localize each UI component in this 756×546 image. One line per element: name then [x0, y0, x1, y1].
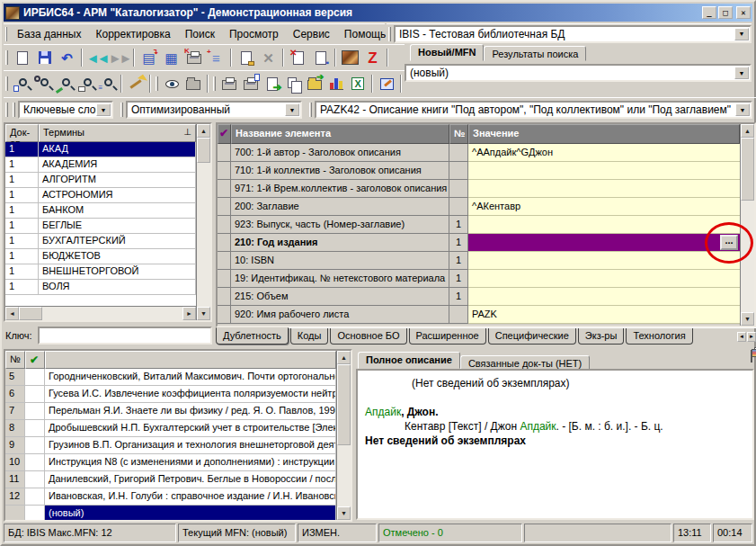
menu-database[interactable]: База данных [10, 25, 88, 43]
tab-new-mfn[interactable]: Новый/MFN [410, 44, 484, 61]
irbis-logo-icon[interactable] [339, 47, 361, 68]
record-row[interactable]: 6Гусева И.С. Извлечение коэффициента пол… [5, 386, 336, 403]
term-row[interactable]: 1БАНКОМ [5, 203, 196, 219]
ws-tab-dubletnost[interactable]: Дублетность [216, 327, 289, 345]
search-dictionary-icon[interactable] [32, 73, 54, 94]
new-record-icon[interactable] [11, 47, 33, 68]
scroll-up-icon[interactable]: ▲ [337, 351, 351, 364]
clear-field-icon[interactable] [235, 47, 257, 68]
field-value-selected[interactable]: ... [468, 234, 740, 252]
check-icon[interactable]: ✔ [25, 351, 45, 369]
search-edit-icon[interactable] [54, 73, 76, 94]
ws-tab-rasshirennoe[interactable]: Расширенное [409, 328, 486, 345]
search-tree-icon[interactable]: ≡ [97, 73, 119, 94]
field-value[interactable]: ^AАпдайк^GДжон [468, 144, 740, 162]
menu-edit[interactable]: Корректировка [88, 25, 177, 43]
record-check[interactable] [25, 369, 45, 386]
scrollbar-thumb[interactable] [197, 138, 210, 163]
copy-record-icon[interactable] [283, 73, 305, 94]
record-check[interactable] [25, 454, 45, 471]
minimize-button[interactable]: _ [702, 6, 716, 19]
undo-icon[interactable]: ↶ [56, 47, 78, 68]
z3950-icon[interactable]: Z [361, 47, 384, 68]
field-row[interactable]: 10: ISBN1 [218, 252, 740, 270]
field-value[interactable]: PAZK [468, 306, 740, 324]
scroll-down-icon[interactable]: ▼ [197, 307, 210, 320]
ws-tab-tehnologiya[interactable]: Технология [626, 328, 692, 345]
term-row[interactable]: 1БЮДЖЕТОВ [5, 249, 196, 264]
search-mode-combo[interactable]: Оптимизированный ▼ [126, 101, 302, 119]
term-row[interactable]: 1БЕГЛЫЕ [5, 219, 196, 234]
term-row[interactable]: 1АСТРОНОМИЯ [5, 188, 196, 203]
ws-tab-kody[interactable]: Коды [290, 328, 329, 345]
print-icon[interactable] [218, 73, 240, 94]
statistics-icon[interactable] [325, 73, 347, 94]
field-template-icon[interactable]: ▤↴ [138, 47, 160, 68]
scrollbar-thumb[interactable] [337, 364, 351, 445]
record-row[interactable]: 8Дробышевский Н.П. Бухгалтерский учет в … [5, 420, 336, 437]
term-row[interactable]: 1АКАД [5, 142, 196, 157]
field-value[interactable]: ^AКентавр [468, 198, 740, 216]
field-row[interactable]: 710: 1-й коллектив - Заголовок описания [218, 162, 740, 180]
toolbar-grip[interactable] [13, 103, 15, 117]
field-value[interactable] [468, 180, 740, 198]
field-row[interactable]: 923: Выпуск, часть (Номер-заглавие)1 [218, 216, 740, 234]
ws-tab-osnovnoe-bo[interactable]: Основное БО [330, 328, 406, 345]
toolbar-grip[interactable] [120, 103, 123, 117]
term-row[interactable]: 1ВНЕШНЕТОРГОВОЙ [5, 264, 196, 280]
terms-hscrollbar[interactable]: ◄ ► [5, 306, 196, 320]
menu-help[interactable]: Помощь [337, 25, 393, 43]
record-check[interactable] [25, 437, 45, 454]
restore-record-icon[interactable]: ▪ [309, 47, 332, 68]
view-record-icon[interactable] [161, 73, 182, 94]
records-col-num[interactable]: № [5, 351, 25, 369]
record-check[interactable] [25, 488, 45, 506]
record-check[interactable] [25, 403, 45, 420]
worksheet-view-icon[interactable]: ▦ [160, 47, 182, 68]
chevron-down-icon[interactable]: ▼ [734, 67, 749, 79]
chevron-down-icon[interactable]: ▼ [285, 103, 299, 116]
toolbar-grip[interactable] [156, 76, 158, 91]
fields-col-name[interactable]: Название элемента [231, 124, 449, 144]
delete-record-icon[interactable]: ✕ [287, 47, 309, 68]
field-row[interactable]: 200: Заглавие^AКентавр [218, 198, 740, 216]
prev-record-icon[interactable]: ◄◄ [85, 47, 108, 68]
field-row[interactable]: 700: 1-й автор - Заголовок описания^AАпд… [218, 144, 740, 162]
chevron-down-icon[interactable]: ▼ [735, 103, 750, 116]
toolbar-grip[interactable] [213, 76, 216, 91]
records-vscrollbar[interactable]: ▲ ▼ [336, 351, 351, 520]
fields-col-num[interactable]: № [449, 124, 468, 144]
field-row-selected[interactable]: 210: Год издания 1 ... [218, 234, 740, 252]
next-record-icon[interactable]: ►► [108, 47, 130, 68]
record-row[interactable]: 10Инструкция N8 (с изменениями и дополне… [5, 454, 336, 471]
print-fields-icon[interactable]: K [182, 47, 205, 68]
toolbar-grip[interactable] [388, 27, 391, 41]
print-description-icon[interactable] [751, 351, 752, 362]
fields-vscrollbar[interactable]: ▲ ▼ [740, 124, 754, 326]
scrollbar-thumb[interactable] [19, 307, 42, 320]
pin-icon[interactable]: ⊥ [183, 127, 191, 139]
menu-search[interactable]: Поиск [178, 25, 222, 43]
print-record-icon[interactable] [240, 73, 262, 94]
dictionary-combo[interactable]: Ключевые слова ▼ [18, 101, 113, 119]
scroll-up-icon[interactable]: ▲ [741, 124, 754, 138]
database-combo[interactable]: IBIS - Тестовая библиотечная БД ▼ [394, 25, 752, 43]
menu-view[interactable]: Просмотр [222, 25, 286, 43]
toolbar-grip[interactable] [5, 103, 8, 117]
records-col-title[interactable] [45, 351, 336, 369]
add-field-tree-icon[interactable]: ≡+ [205, 47, 227, 68]
tabs-scroll-right-icon[interactable]: ► [747, 332, 756, 342]
scroll-right-icon[interactable]: ► [182, 307, 196, 320]
tabs-scroll-left-icon[interactable]: ◄ [737, 332, 746, 342]
record-check[interactable] [25, 471, 45, 488]
save-record-icon[interactable] [33, 47, 56, 68]
tab-full-description[interactable]: Полное описание [358, 352, 460, 369]
fields-col-value[interactable]: Значение [468, 124, 740, 144]
record-row[interactable]: 12Ивановская, И.Н. Голуби : справочное и… [5, 488, 336, 506]
terms-col-count[interactable]: Док-ов [5, 124, 39, 142]
close-button[interactable]: ✕ [736, 6, 751, 19]
maximize-button[interactable]: □ [718, 6, 733, 19]
open-database-icon[interactable] [182, 73, 204, 94]
record-row[interactable]: 7Перельман Я.И. Знаете ли вы физику / ре… [5, 403, 336, 420]
scroll-down-icon[interactable]: ▼ [337, 506, 351, 520]
